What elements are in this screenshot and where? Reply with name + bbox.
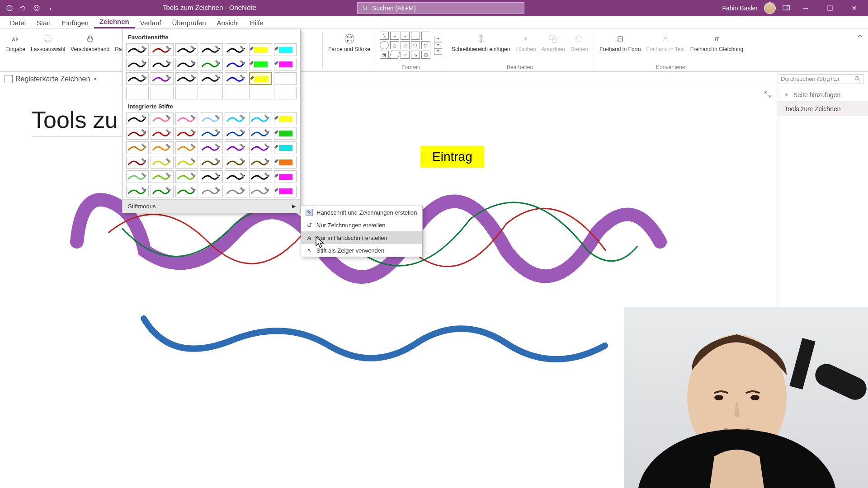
pen-swatch[interactable]: [175, 127, 198, 140]
ink-to-math-button[interactable]: πFreihand in Gleichung: [689, 32, 745, 53]
fullscreen-icon[interactable]: [764, 91, 773, 100]
view-mode-icon[interactable]: [782, 4, 790, 12]
page-search-box[interactable]: Durchsuchen (Strg+E): [778, 74, 863, 84]
pen-swatch[interactable]: [151, 113, 173, 125]
tab-datei[interactable]: Datei: [5, 17, 31, 28]
tab-start[interactable]: Start: [31, 17, 57, 28]
pen-swatch[interactable]: [249, 58, 272, 70]
pen-swatch[interactable]: [126, 43, 149, 56]
pan-button[interactable]: Verschiebehand: [69, 32, 111, 53]
tab-einfuegen[interactable]: Einfügen: [57, 17, 94, 28]
note-highlight[interactable]: Eintrag: [420, 146, 484, 168]
pen-swatch[interactable]: [175, 43, 198, 56]
pen-swatch[interactable]: [200, 141, 222, 154]
pen-swatch[interactable]: [274, 58, 297, 70]
submenu-item-1[interactable]: ↺Nur Zeichnungen erstellen: [301, 219, 422, 231]
pen-swatch[interactable]: [200, 185, 222, 197]
pen-swatch[interactable]: [175, 156, 198, 169]
pen-swatch[interactable]: [151, 87, 173, 99]
pen-swatch[interactable]: [225, 170, 247, 183]
minimize-button[interactable]: ─: [797, 0, 815, 16]
pen-swatch[interactable]: [225, 87, 247, 99]
pen-swatch[interactable]: [175, 58, 198, 70]
page-item[interactable]: Tools zum Zeichnen: [778, 102, 868, 116]
pen-swatch[interactable]: [249, 113, 272, 125]
pen-swatch[interactable]: [126, 113, 149, 125]
pen-swatch[interactable]: [225, 185, 247, 197]
pen-swatch[interactable]: [151, 127, 173, 140]
pen-swatch[interactable]: [151, 43, 173, 56]
pen-swatch[interactable]: [151, 156, 173, 169]
pen-swatch[interactable]: [126, 185, 149, 197]
shapes-gallery[interactable]: ╲→↔ △◇⬠⬡ ⬔↗↘⊞: [380, 32, 430, 59]
pen-swatch[interactable]: [200, 87, 222, 99]
pen-swatch[interactable]: [175, 185, 198, 197]
qa-dropdown-icon[interactable]: ▾: [46, 4, 54, 12]
pen-swatch[interactable]: [151, 141, 173, 154]
pen-swatch[interactable]: [225, 113, 247, 125]
section-label[interactable]: Registerkarte Zeichnen: [15, 75, 90, 83]
ink-to-shape-button[interactable]: Freihand in Form: [598, 32, 642, 53]
close-button[interactable]: ✕: [845, 0, 863, 16]
collapse-ribbon-icon[interactable]: [855, 32, 864, 41]
pen-swatch[interactable]: [249, 185, 272, 197]
tab-hilfe[interactable]: Hilfe: [245, 17, 269, 28]
pen-mode-item[interactable]: Stiftmodus ▶: [123, 199, 300, 213]
search-box[interactable]: Suchen (Alt+M): [357, 2, 524, 14]
pen-swatch[interactable]: [274, 156, 297, 169]
pen-swatch[interactable]: [225, 43, 247, 56]
submenu-item-2[interactable]: ANur in Handschrift erstellen: [301, 231, 422, 244]
pen-swatch[interactable]: [126, 141, 149, 154]
add-page-button[interactable]: ＋Seite hinzufügen: [778, 88, 868, 102]
pen-swatch[interactable]: [175, 141, 198, 154]
pen-swatch[interactable]: [175, 72, 198, 85]
color-thickness-button[interactable]: Farbe und Stärke: [326, 32, 372, 53]
pen-swatch[interactable]: [126, 72, 149, 85]
pen-swatch[interactable]: [151, 170, 173, 183]
pen-swatch[interactable]: [274, 113, 297, 125]
pen-swatch[interactable]: [126, 127, 149, 140]
insert-space-button[interactable]: Schreibbereich einfügen: [450, 32, 512, 53]
pen-swatch[interactable]: [249, 156, 272, 169]
section-dropdown-icon[interactable]: ▼: [93, 76, 97, 81]
pen-swatch[interactable]: [249, 87, 272, 99]
pen-swatch[interactable]: [249, 72, 272, 85]
submenu-item-3[interactable]: ↖Stift als Zeiger verwenden: [301, 244, 422, 257]
pen-swatch[interactable]: [274, 72, 297, 85]
pen-swatch[interactable]: [274, 141, 297, 154]
pen-swatch[interactable]: [126, 156, 149, 169]
user-name[interactable]: Fabio Basler: [722, 5, 758, 12]
pen-swatch[interactable]: [126, 170, 149, 183]
pen-swatch[interactable]: [249, 141, 272, 154]
pen-swatch[interactable]: [274, 87, 297, 99]
pen-swatch[interactable]: [274, 43, 297, 56]
pen-swatch[interactable]: [249, 43, 272, 56]
lasso-button[interactable]: Lassoauswahl: [29, 32, 67, 53]
pen-swatch[interactable]: [249, 127, 272, 140]
submenu-item-0[interactable]: ✎Handschrift und Zeichnungen erstellen: [301, 206, 422, 219]
tab-ansicht[interactable]: Ansicht: [212, 17, 245, 28]
pen-swatch[interactable]: [274, 127, 297, 140]
pen-swatch[interactable]: [200, 156, 222, 169]
pen-swatch[interactable]: [225, 141, 247, 154]
maximize-button[interactable]: [821, 0, 839, 16]
pen-swatch[interactable]: [151, 185, 173, 197]
undo-icon[interactable]: [19, 4, 27, 12]
pen-swatch[interactable]: [200, 43, 222, 56]
pen-swatch[interactable]: [274, 185, 297, 197]
pen-swatch[interactable]: [126, 87, 149, 99]
pen-swatch[interactable]: [175, 87, 198, 99]
pen-swatch[interactable]: [151, 72, 173, 85]
back-icon[interactable]: [5, 4, 14, 12]
pen-swatch[interactable]: [200, 58, 222, 70]
eingabe-button[interactable]: Eingabe: [4, 32, 27, 53]
pen-swatch[interactable]: [175, 170, 198, 183]
tab-verlauf[interactable]: Verlauf: [135, 17, 167, 28]
pen-swatch[interactable]: [175, 113, 198, 125]
pen-swatch[interactable]: [225, 127, 247, 140]
notebook-icon[interactable]: [5, 75, 13, 83]
pen-swatch[interactable]: [274, 170, 297, 183]
pen-swatch[interactable]: [151, 58, 173, 70]
avatar[interactable]: [764, 2, 776, 14]
pen-swatch[interactable]: [225, 156, 247, 169]
